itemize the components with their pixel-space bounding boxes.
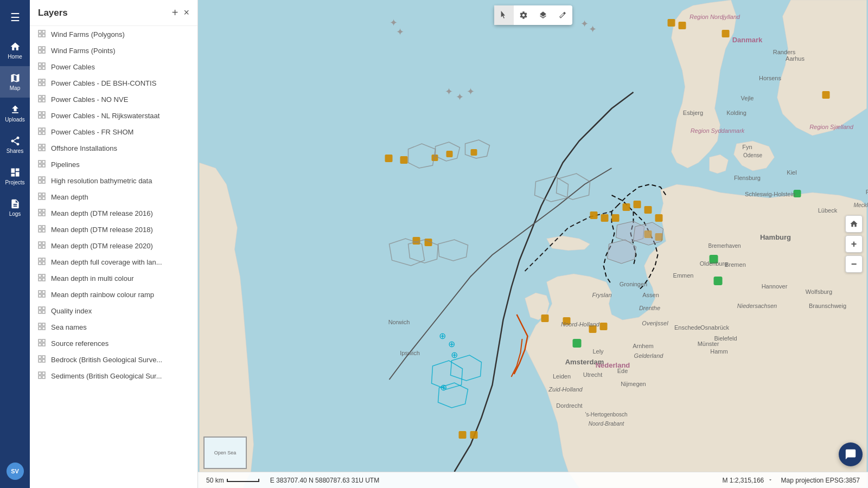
sidebar-item-projects[interactable]: Projects — [0, 160, 30, 192]
ruler-tool-button[interactable] — [553, 5, 572, 25]
close-layers-button[interactable]: × — [183, 7, 189, 18]
layer-label: Offshore Installations — [51, 144, 117, 152]
layer-item-mean-depth-dtm-2016[interactable]: Mean depth (DTM release 2016) — [30, 205, 197, 221]
svg-rect-129 — [573, 339, 582, 348]
svg-text:Bremen: Bremen — [725, 261, 746, 268]
layer-item-bedrock-british-geological[interactable]: Bedrock (British Geological Surve... — [30, 351, 197, 368]
zoom-in-button[interactable]: + — [845, 235, 863, 253]
ruler-icon — [558, 11, 567, 20]
svg-rect-77 — [42, 339, 45, 342]
layer-grid-icon — [38, 144, 47, 152]
svg-rect-3 — [42, 34, 45, 37]
layer-item-wind-farms-points[interactable]: Wind Farms (Points) — [30, 42, 197, 59]
layer-label: Mean depth in multi colour — [51, 274, 133, 282]
layer-item-sediments-british-geological[interactable]: Sediments (British Geological Sur... — [30, 368, 197, 384]
layer-item-mean-depth[interactable]: Mean depth — [30, 189, 197, 205]
svg-text:✦: ✦ — [396, 27, 404, 37]
svg-text:Hamburg: Hamburg — [760, 233, 791, 241]
svg-rect-64 — [39, 291, 41, 293]
layer-item-mean-depth-dtm-2018[interactable]: Mean depth (DTM release 2018) — [30, 221, 197, 237]
svg-marker-137 — [438, 240, 468, 261]
svg-marker-140 — [432, 361, 463, 389]
svg-text:⊕: ⊕ — [451, 350, 458, 359]
home-zoom-button[interactable] — [845, 215, 863, 233]
layer-item-power-cables-de-bsh-contis[interactable]: Power Cables - DE BSH-CONTIS — [30, 75, 197, 91]
sidebar-item-logs[interactable]: Logs — [0, 192, 30, 223]
svg-rect-56 — [39, 258, 41, 261]
layer-item-power-cables-no-nve[interactable]: Power Cables - NO NVE — [30, 91, 197, 107]
svg-rect-113 — [822, 91, 830, 99]
mini-map[interactable]: Open Sea — [203, 436, 247, 469]
layers-icon — [539, 11, 547, 20]
add-layer-button[interactable]: + — [172, 7, 178, 19]
scale-value-display[interactable]: M 1:2,315,166 — [723, 477, 773, 484]
svg-rect-86 — [39, 376, 41, 378]
layer-item-mean-depth-dtm-2020[interactable]: Mean depth (DTM release 2020) — [30, 237, 197, 254]
svg-rect-97 — [590, 211, 598, 219]
layer-item-wind-farms-polygons[interactable]: Wind Farms (Polygons) — [30, 26, 197, 42]
svg-text:Nederland: Nederland — [596, 361, 630, 369]
layer-item-high-resolution-bathymetric-data[interactable]: High resolution bathymetric data — [30, 172, 197, 189]
sidebar-item-shares[interactable]: Shares — [0, 129, 30, 160]
user-avatar[interactable]: SV — [7, 463, 24, 480]
svg-marker-139 — [557, 174, 590, 200]
layer-label: Wind Farms (Points) — [51, 47, 115, 55]
svg-rect-26 — [39, 132, 41, 134]
zoom-out-button[interactable]: − — [845, 255, 863, 273]
map-controls: + − — [845, 215, 863, 273]
layers-tool-button[interactable] — [533, 5, 553, 25]
layer-item-mean-depth-rainbow-colour-ramp[interactable]: Mean depth rainbow colour ramp — [30, 286, 197, 303]
svg-text:Flensburg: Flensburg — [734, 175, 761, 181]
svg-rect-16 — [39, 95, 41, 98]
sidebar-item-home[interactable]: Home — [0, 35, 30, 66]
sidebar-item-uploads[interactable]: Uploads — [0, 98, 30, 129]
svg-text:Arnhem: Arnhem — [633, 343, 654, 349]
chat-button[interactable] — [839, 442, 863, 466]
svg-rect-73 — [42, 323, 45, 326]
layer-label: Sea names — [51, 323, 87, 331]
layer-item-power-cables[interactable]: Power Cables — [30, 59, 197, 75]
svg-text:Danmark: Danmark — [732, 36, 763, 44]
svg-rect-102 — [644, 206, 652, 214]
settings-tool-button[interactable] — [514, 5, 533, 25]
layer-item-mean-depth-in-multi-colour[interactable]: Mean depth in multi colour — [30, 270, 197, 286]
layers-header: Layers + × — [30, 0, 197, 26]
layer-item-offshore-installations[interactable]: Offshore Installations — [30, 140, 197, 156]
layer-item-power-cables-nl-rijkswaterstaat[interactable]: Power Cables - NL Rijkswaterstaat — [30, 107, 197, 124]
layer-grid-icon — [38, 46, 47, 55]
svg-text:Enschede: Enschede — [674, 324, 701, 331]
svg-rect-91 — [446, 151, 453, 157]
svg-rect-23 — [42, 115, 45, 118]
layer-item-mean-depth-full-coverage[interactable]: Mean depth full coverage with lan... — [30, 254, 197, 270]
svg-rect-17 — [42, 95, 45, 98]
svg-rect-53 — [42, 242, 45, 245]
sidebar-item-map-label: Map — [10, 85, 20, 91]
svg-text:Hannover: Hannover — [762, 283, 788, 290]
layer-item-power-cables-fr-shom[interactable]: Power Cables - FR SHOM — [30, 124, 197, 140]
svg-rect-112 — [722, 30, 730, 37]
svg-rect-19 — [42, 99, 45, 102]
layer-item-pipelines[interactable]: Pipelines — [30, 156, 197, 172]
hamburger-menu[interactable]: ☰ — [5, 5, 25, 29]
layer-grid-icon — [38, 160, 47, 169]
layer-item-source-references[interactable]: Source references — [30, 335, 197, 351]
svg-rect-13 — [42, 79, 45, 82]
layer-label: Mean depth (DTM release 2018) — [51, 226, 153, 234]
svg-rect-21 — [42, 112, 45, 114]
svg-text:'s-Hertogenbosch: 's-Hertogenbosch — [585, 412, 627, 418]
share-icon — [10, 136, 21, 146]
svg-rect-62 — [39, 278, 41, 281]
svg-rect-106 — [459, 431, 467, 439]
svg-rect-103 — [655, 214, 663, 222]
svg-rect-30 — [39, 148, 41, 151]
svg-text:Overijssel: Overijssel — [642, 320, 668, 326]
svg-rect-45 — [42, 209, 45, 212]
sidebar-item-map[interactable]: Map — [0, 66, 30, 98]
svg-text:Osnabrück: Osnabrück — [700, 324, 730, 331]
layer-item-quality-index[interactable]: Quality index — [30, 303, 197, 319]
select-tool-button[interactable] — [494, 5, 514, 25]
svg-rect-85 — [42, 372, 45, 375]
map-area[interactable]: ✦ ✦ ✦ ✦ ✦ ✦ ✦ ⊕ ⊕ ⊕ ⊕ — [198, 0, 868, 488]
svg-rect-18 — [39, 99, 41, 102]
layer-item-sea-names[interactable]: Sea names — [30, 319, 197, 335]
